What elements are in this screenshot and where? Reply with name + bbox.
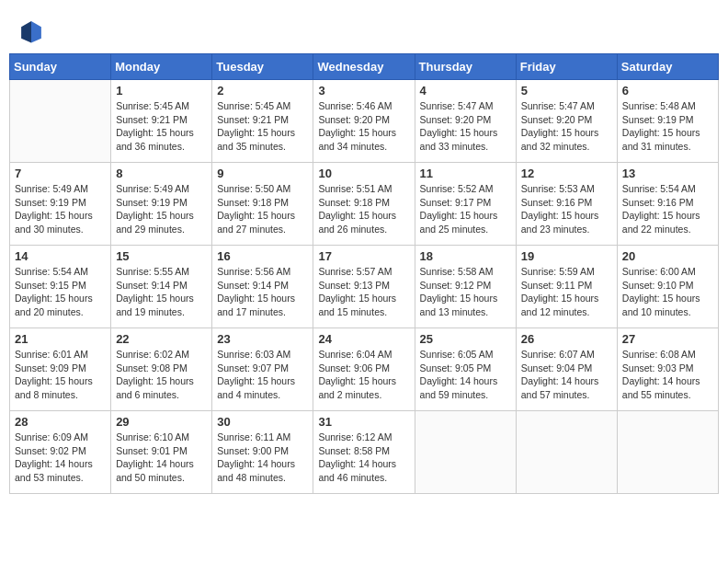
day-info: Sunrise: 6:02 AM Sunset: 9:08 PM Dayligh… [116, 348, 207, 402]
day-number: 8 [116, 167, 207, 180]
day-number: 28 [15, 415, 106, 429]
day-number: 12 [521, 167, 612, 180]
day-number: 27 [622, 332, 713, 346]
day-info: Sunrise: 5:48 AM Sunset: 9:19 PM Dayligh… [622, 99, 713, 154]
day-number: 1 [116, 84, 207, 98]
calendar-cell: 2Sunrise: 5:45 AM Sunset: 9:21 PM Daylig… [212, 80, 313, 163]
weekday-monday: Monday [111, 54, 212, 80]
calendar-cell: 21Sunrise: 6:01 AM Sunset: 9:09 PM Dayli… [10, 328, 111, 411]
day-number: 23 [217, 332, 308, 346]
day-info: Sunrise: 5:55 AM Sunset: 9:14 PM Dayligh… [116, 265, 207, 319]
calendar-cell: 1Sunrise: 5:45 AM Sunset: 9:21 PM Daylig… [111, 80, 212, 163]
calendar-cell: 30Sunrise: 6:11 AM Sunset: 9:00 PM Dayli… [212, 411, 313, 494]
weekday-thursday: Thursday [415, 54, 516, 80]
day-info: Sunrise: 6:10 AM Sunset: 9:01 PM Dayligh… [116, 431, 207, 485]
day-info: Sunrise: 6:11 AM Sunset: 9:00 PM Dayligh… [217, 431, 308, 485]
weekday-saturday: Saturday [617, 54, 718, 80]
day-info: Sunrise: 5:46 AM Sunset: 9:20 PM Dayligh… [318, 99, 409, 154]
day-number: 17 [318, 249, 409, 263]
day-number: 11 [420, 167, 511, 180]
calendar-cell [10, 80, 111, 163]
calendar-table: SundayMondayTuesdayWednesdayThursdayFrid… [9, 53, 719, 494]
day-number: 7 [15, 167, 106, 180]
calendar-week-2: 7Sunrise: 5:49 AM Sunset: 9:19 PM Daylig… [10, 163, 719, 246]
calendar-cell: 20Sunrise: 6:00 AM Sunset: 9:10 PM Dayli… [617, 246, 718, 328]
day-number: 25 [420, 332, 511, 346]
calendar-week-4: 21Sunrise: 6:01 AM Sunset: 9:09 PM Dayli… [10, 328, 719, 411]
day-info: Sunrise: 5:47 AM Sunset: 9:20 PM Dayligh… [521, 99, 612, 154]
day-info: Sunrise: 5:51 AM Sunset: 9:18 PM Dayligh… [318, 182, 409, 236]
calendar-cell: 11Sunrise: 5:52 AM Sunset: 9:17 PM Dayli… [415, 163, 516, 246]
calendar-cell: 25Sunrise: 6:05 AM Sunset: 9:05 PM Dayli… [415, 328, 516, 411]
day-info: Sunrise: 6:01 AM Sunset: 9:09 PM Dayligh… [15, 348, 106, 402]
calendar-week-1: 1Sunrise: 5:45 AM Sunset: 9:21 PM Daylig… [10, 80, 719, 163]
calendar-cell: 13Sunrise: 5:54 AM Sunset: 9:16 PM Dayli… [617, 163, 718, 246]
day-number: 24 [318, 332, 409, 346]
weekday-sunday: Sunday [10, 54, 111, 80]
day-info: Sunrise: 5:54 AM Sunset: 9:15 PM Dayligh… [15, 265, 106, 319]
day-number: 6 [622, 84, 713, 98]
day-info: Sunrise: 5:58 AM Sunset: 9:12 PM Dayligh… [420, 265, 511, 319]
calendar-cell [415, 411, 516, 494]
day-number: 14 [15, 249, 106, 263]
day-number: 4 [420, 84, 511, 98]
calendar-cell: 17Sunrise: 5:57 AM Sunset: 9:13 PM Dayli… [313, 246, 415, 328]
day-info: Sunrise: 6:08 AM Sunset: 9:03 PM Dayligh… [622, 348, 713, 402]
day-number: 19 [521, 249, 612, 263]
calendar-cell: 31Sunrise: 6:12 AM Sunset: 8:58 PM Dayli… [313, 411, 415, 494]
svg-marker-0 [31, 21, 41, 42]
calendar-body: 1Sunrise: 5:45 AM Sunset: 9:21 PM Daylig… [10, 80, 719, 494]
day-number: 26 [521, 332, 612, 346]
day-number: 21 [15, 332, 106, 346]
calendar-cell: 4Sunrise: 5:47 AM Sunset: 9:20 PM Daylig… [415, 80, 516, 163]
day-info: Sunrise: 6:05 AM Sunset: 9:05 PM Dayligh… [420, 348, 511, 402]
day-info: Sunrise: 6:00 AM Sunset: 9:10 PM Dayligh… [622, 265, 713, 319]
day-info: Sunrise: 5:50 AM Sunset: 9:18 PM Dayligh… [217, 182, 308, 236]
calendar-cell: 18Sunrise: 5:58 AM Sunset: 9:12 PM Dayli… [415, 246, 516, 328]
day-info: Sunrise: 5:49 AM Sunset: 9:19 PM Dayligh… [15, 182, 106, 236]
calendar-cell: 24Sunrise: 6:04 AM Sunset: 9:06 PM Dayli… [313, 328, 415, 411]
day-number: 18 [420, 249, 511, 263]
weekday-wednesday: Wednesday [313, 54, 415, 80]
day-info: Sunrise: 6:09 AM Sunset: 9:02 PM Dayligh… [15, 431, 106, 485]
day-number: 22 [116, 332, 207, 346]
weekday-header: SundayMondayTuesdayWednesdayThursdayFrid… [10, 54, 719, 80]
weekday-friday: Friday [516, 54, 617, 80]
day-number: 3 [318, 84, 409, 98]
day-info: Sunrise: 5:54 AM Sunset: 9:16 PM Dayligh… [622, 182, 713, 236]
day-info: Sunrise: 5:49 AM Sunset: 9:19 PM Dayligh… [116, 182, 207, 236]
day-number: 20 [622, 249, 713, 263]
calendar-cell: 9Sunrise: 5:50 AM Sunset: 9:18 PM Daylig… [212, 163, 313, 246]
calendar-cell: 26Sunrise: 6:07 AM Sunset: 9:04 PM Dayli… [516, 328, 617, 411]
calendar-cell [617, 411, 718, 494]
day-info: Sunrise: 5:47 AM Sunset: 9:20 PM Dayligh… [420, 99, 511, 154]
day-number: 5 [521, 84, 612, 98]
day-number: 13 [622, 167, 713, 180]
weekday-tuesday: Tuesday [212, 54, 313, 80]
calendar-cell: 6Sunrise: 5:48 AM Sunset: 9:19 PM Daylig… [617, 80, 718, 163]
day-number: 9 [217, 167, 308, 180]
calendar-cell: 22Sunrise: 6:02 AM Sunset: 9:08 PM Dayli… [111, 328, 212, 411]
day-info: Sunrise: 6:07 AM Sunset: 9:04 PM Dayligh… [521, 348, 612, 402]
header [9, 9, 719, 49]
day-number: 16 [217, 249, 308, 263]
svg-marker-1 [21, 21, 31, 42]
day-number: 10 [318, 167, 409, 180]
day-info: Sunrise: 5:57 AM Sunset: 9:13 PM Dayligh… [318, 265, 409, 319]
day-number: 15 [116, 249, 207, 263]
calendar-cell: 28Sunrise: 6:09 AM Sunset: 9:02 PM Dayli… [10, 411, 111, 494]
calendar-week-3: 14Sunrise: 5:54 AM Sunset: 9:15 PM Dayli… [10, 246, 719, 328]
day-info: Sunrise: 5:45 AM Sunset: 9:21 PM Dayligh… [217, 99, 308, 154]
day-info: Sunrise: 6:04 AM Sunset: 9:06 PM Dayligh… [318, 348, 409, 402]
calendar-cell: 8Sunrise: 5:49 AM Sunset: 9:19 PM Daylig… [111, 163, 212, 246]
day-info: Sunrise: 5:59 AM Sunset: 9:11 PM Dayligh… [521, 265, 612, 319]
calendar-cell: 7Sunrise: 5:49 AM Sunset: 9:19 PM Daylig… [10, 163, 111, 246]
day-number: 30 [217, 415, 308, 429]
calendar-cell: 15Sunrise: 5:55 AM Sunset: 9:14 PM Dayli… [111, 246, 212, 328]
calendar-cell [516, 411, 617, 494]
day-number: 29 [116, 415, 207, 429]
day-info: Sunrise: 6:12 AM Sunset: 8:58 PM Dayligh… [318, 431, 409, 485]
calendar-week-5: 28Sunrise: 6:09 AM Sunset: 9:02 PM Dayli… [10, 411, 719, 494]
day-number: 2 [217, 84, 308, 98]
calendar-cell: 29Sunrise: 6:10 AM Sunset: 9:01 PM Dayli… [111, 411, 212, 494]
